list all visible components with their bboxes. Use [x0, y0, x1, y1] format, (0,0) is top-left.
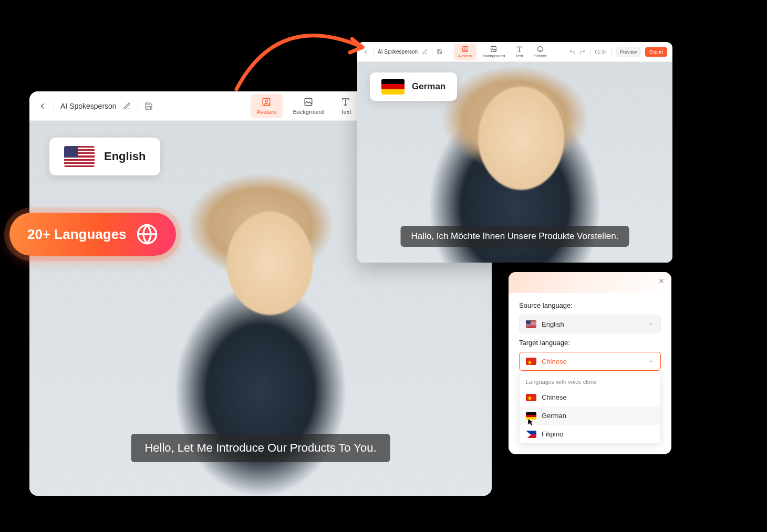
us-flag-icon [64, 146, 95, 167]
tab-text[interactable]: Text [511, 44, 527, 60]
tab-label: Sticker [534, 54, 546, 58]
duration-display: 01:34 [595, 49, 607, 55]
edit-icon[interactable] [422, 49, 428, 55]
language-chip-english: English [49, 138, 160, 175]
dropdown-heading: Languages with voice clone [520, 373, 660, 388]
secondary-editor-window: AI Spokesperson Avatars Background Text [357, 42, 672, 263]
cn-flag-icon [526, 394, 536, 401]
divider [590, 48, 590, 56]
ph-flag-icon [526, 431, 536, 438]
editor-canvas[interactable]: German Hallo, Ich Möchte Ihnen Unsere Pr… [357, 62, 672, 263]
sticker-icon [537, 46, 544, 53]
target-language-dropdown: Languages with voice clone Chinese Germa… [519, 373, 661, 444]
editor-header: AI Spokesperson Avatars Background Text [357, 42, 672, 62]
undo-icon[interactable] [569, 49, 575, 55]
tab-label: Avatars [458, 54, 472, 58]
dropdown-item-label: German [542, 412, 566, 420]
de-flag-icon [381, 79, 405, 95]
divider [138, 101, 138, 111]
subtitle-caption: Hallo, Ich Möchte Ihnen Unsere Produkte … [401, 226, 629, 247]
dropdown-item-filipino[interactable]: Filipino [520, 425, 660, 443]
dropdown-item-chinese[interactable]: Chinese [520, 388, 660, 406]
tab-label: Background [483, 54, 505, 58]
globe-icon [136, 223, 158, 245]
dropdown-item-label: Chinese [542, 393, 567, 401]
language-selection-panel: Source language: English Target language… [509, 272, 671, 454]
preview-button[interactable]: Preview [616, 47, 641, 57]
us-flag-icon [526, 320, 536, 328]
divider [54, 101, 54, 111]
languages-badge: 20+ Languages [9, 213, 176, 256]
panel-body: Source language: English Target language… [509, 293, 671, 454]
chevron-down-icon [648, 321, 654, 327]
source-language-select[interactable]: English [519, 315, 661, 333]
target-language-value: Chinese [542, 358, 642, 366]
tab-label: Avatars [257, 109, 276, 115]
edit-icon[interactable] [123, 102, 131, 110]
text-icon [516, 46, 523, 53]
tab-label: Text [340, 109, 351, 115]
tab-sticker[interactable]: Sticker [530, 44, 551, 60]
dropdown-item-german[interactable]: German [520, 406, 660, 425]
chevron-down-icon [648, 358, 654, 364]
redo-icon[interactable] [579, 49, 586, 55]
panel-header [509, 272, 671, 293]
save-icon[interactable] [144, 102, 153, 110]
source-language-label: Source language: [519, 301, 661, 309]
languages-badge-text: 20+ Languages [27, 226, 127, 243]
tab-avatars[interactable]: Avatars [454, 44, 476, 60]
cn-flag-icon [526, 358, 536, 365]
svg-point-12 [537, 46, 543, 51]
transition-arrow [226, 16, 384, 100]
source-language-value: English [542, 320, 642, 328]
tab-background[interactable]: Background [479, 44, 510, 60]
language-chip-label: German [412, 81, 445, 92]
dropdown-item-label: Filipino [542, 430, 563, 438]
divider [432, 48, 432, 56]
editor-tabs: Avatars Background Text Sticker [454, 44, 551, 60]
target-language-label: Target language: [519, 339, 661, 347]
target-language-select[interactable]: Chinese [519, 352, 661, 371]
back-icon[interactable] [38, 101, 47, 111]
export-button[interactable]: Export [645, 47, 667, 57]
project-title: AI Spokesperson [60, 102, 117, 110]
tab-label: Text [515, 54, 523, 58]
subtitle-caption: Hello, Let Me Introduce Our Products To … [131, 434, 390, 462]
header-actions: 01:34 Preview Export [569, 47, 667, 57]
divider [611, 48, 611, 56]
background-icon [490, 46, 497, 53]
language-chip-label: English [104, 150, 146, 163]
avatar-icon [462, 46, 469, 53]
project-title: AI Spokesperson [378, 49, 418, 55]
tab-label: Background [293, 109, 324, 115]
svg-point-1 [265, 100, 268, 102]
close-icon[interactable] [658, 277, 665, 285]
svg-point-8 [464, 47, 466, 49]
save-icon[interactable] [437, 49, 442, 55]
